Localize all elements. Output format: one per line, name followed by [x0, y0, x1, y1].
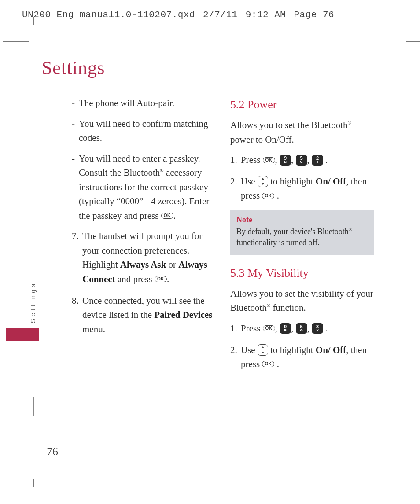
page-body: Settings Settings - The phone will Auto-…: [42, 57, 394, 478]
keypad-3-icon: 3Y: [312, 323, 323, 334]
section-heading: 5.3 My Visibility: [230, 265, 374, 282]
note-title: Note: [236, 214, 368, 225]
keypad-5-icon: 5G: [296, 323, 307, 334]
list-item: - You will need to enter a passkey. Cons…: [72, 151, 215, 223]
ok-button-icon: OK: [262, 361, 274, 367]
list-item: 1. Press OK, 9B, 5G, 2T .: [230, 153, 374, 167]
list-item: - The phone will Auto-pair.: [72, 96, 215, 110]
list-item: 7. The handset will prompt you for your …: [72, 229, 215, 286]
page-number: 76: [47, 445, 58, 458]
keypad-9-icon: 9B: [280, 155, 291, 166]
side-tab: Settings: [6, 282, 39, 341]
ok-button-icon: OK: [263, 325, 275, 331]
left-column: - The phone will Auto-pair. - You will n…: [42, 96, 215, 379]
header-time: 9:12 AM: [246, 10, 286, 20]
nav-updown-icon: [258, 344, 268, 356]
header-date: 2/7/11: [203, 10, 238, 20]
bullet-text: You will need to enter a passkey. Consul…: [79, 151, 215, 223]
keypad-2-icon: 2T: [312, 155, 323, 166]
header-page: Page 76: [294, 10, 334, 20]
ok-button-icon: OK: [263, 157, 275, 163]
right-column: 5.2 Power Allows you to set the Bluetoot…: [230, 96, 374, 379]
note-text: By default, your device's Bluetooth® fun…: [236, 226, 368, 248]
nav-updown-icon: [258, 176, 268, 187]
paragraph: Allows you to set the Bluetooth® power t…: [230, 118, 374, 147]
bullet-text: You will need to confirm matching codes.: [79, 117, 215, 145]
section-heading: 5.2 Power: [230, 96, 374, 114]
crop-mark-icon: [33, 17, 42, 25]
list-item: - You will need to confirm matching code…: [72, 117, 215, 145]
list-item: 2. Use to highlight On/ Off, then press …: [230, 174, 374, 203]
list-item: 1. Press OK, 9B, 5G, 3Y .: [230, 321, 374, 336]
keypad-9-icon: 9B: [280, 323, 291, 334]
bullet-text: The phone will Auto-pair.: [79, 96, 215, 110]
page-title: Settings: [42, 57, 394, 78]
proof-header: UN200_Eng_manual1.0-110207.qxd 2/7/11 9:…: [22, 10, 398, 20]
side-tab-label: Settings: [29, 282, 37, 323]
crop-mark-icon: [33, 479, 42, 487]
ok-button-icon: OK: [161, 213, 173, 219]
crop-tick-icon: [33, 397, 34, 416]
list-item: 2. Use to highlight On/ Off, then press …: [230, 343, 374, 372]
crop-mark-icon: [394, 17, 402, 25]
list-item: 8. Once connected, you will see the devi…: [72, 294, 215, 337]
ok-button-icon: OK: [155, 276, 167, 282]
note-box: Note By default, your device's Bluetooth…: [230, 210, 374, 255]
side-tab-bar: [6, 328, 39, 341]
ok-button-icon: OK: [262, 193, 274, 199]
crop-mark-icon: [394, 479, 402, 487]
header-filename: UN200_Eng_manual1.0-110207.qxd: [22, 10, 195, 20]
paragraph: Allows you to set the visibility of your…: [230, 287, 374, 315]
keypad-5-icon: 5G: [296, 155, 307, 166]
